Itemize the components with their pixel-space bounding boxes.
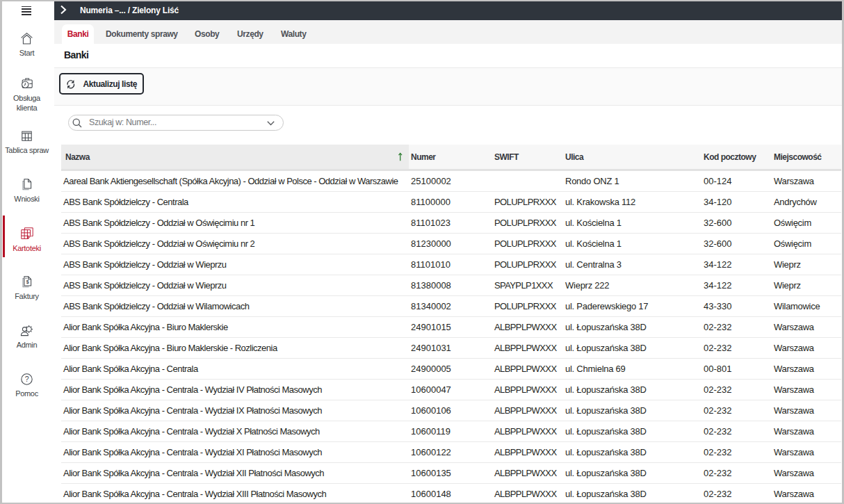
svg-text:?: ? xyxy=(25,375,29,383)
svg-text:$: $ xyxy=(26,279,29,285)
